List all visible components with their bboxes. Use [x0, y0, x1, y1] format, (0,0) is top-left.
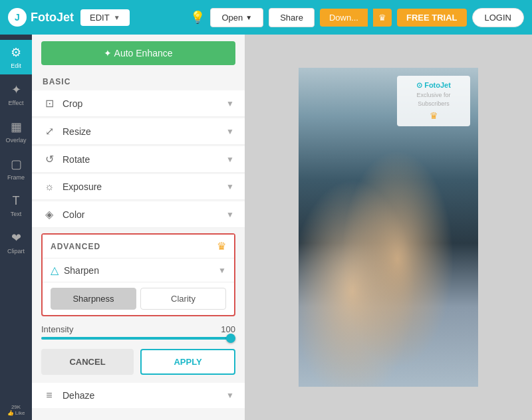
- edit-icon: ⚙: [11, 45, 21, 60]
- login-button[interactable]: LOGIN: [472, 8, 524, 27]
- advanced-crown-icon: ♛: [217, 240, 226, 253]
- topbar: J FotoJet EDIT ▼ 💡 Open ▼ Share Down... …: [0, 0, 532, 35]
- edit-arrow: ▼: [114, 14, 120, 21]
- frame-icon: ▢: [11, 157, 22, 171]
- intensity-value: 100: [221, 324, 235, 334]
- sharpen-row[interactable]: △ Sharpen ▼: [43, 258, 234, 282]
- advanced-header: ADVANCED ♛: [43, 235, 234, 258]
- rotate-tool-row[interactable]: ↺ Rotate ▼: [32, 146, 245, 173]
- color-icon: ◈: [43, 208, 56, 221]
- logo-icon: J: [8, 8, 27, 27]
- fb-like: 29K 👍 Like: [6, 400, 27, 420]
- edit-mode-button[interactable]: EDIT ▼: [80, 9, 130, 26]
- sidebar-item-edit[interactable]: ⚙ Edit: [0, 40, 32, 74]
- color-arrow: ▼: [226, 210, 234, 219]
- topbar-right: 💡 Open ▼ Share Down... ♛ FREE TRIAL LOGI…: [190, 8, 524, 27]
- rotate-arrow: ▼: [226, 155, 234, 164]
- sidebar-icons: ⚙ Edit ✦ Effect ▦ Overlay ▢ Frame T Text…: [0, 35, 32, 420]
- sharpen-tab-group: Sharpness Clarity: [43, 282, 234, 315]
- color-label: Color: [63, 209, 84, 220]
- sidebar-item-overlay[interactable]: ▦ Overlay: [0, 114, 32, 149]
- intensity-label: Intensity: [41, 324, 73, 334]
- share-button[interactable]: Share: [269, 8, 315, 27]
- crop-tool-row[interactable]: ⊡ Crop ▼: [32, 90, 245, 117]
- exposure-arrow: ▼: [226, 182, 234, 191]
- rotate-icon: ↺: [43, 153, 56, 165]
- sidebar-item-text[interactable]: T Text: [0, 189, 32, 223]
- advanced-section: ADVANCED ♛ △ Sharpen ▼ Sharpness Clarity: [41, 233, 235, 316]
- canvas-area: ⊙ FotoJet Exclusive for Subscribers ♛: [245, 35, 532, 420]
- rotate-label: Rotate: [63, 154, 90, 165]
- resize-icon: ⤢: [43, 125, 56, 138]
- edit-label: EDIT: [90, 13, 110, 23]
- photo-container: ⊙ FotoJet Exclusive for Subscribers ♛: [299, 68, 478, 387]
- open-button[interactable]: Open ▼: [210, 8, 263, 27]
- sharpness-tab[interactable]: Sharpness: [51, 288, 136, 310]
- dehaze-arrow: ▼: [226, 391, 234, 400]
- watermark-logo: ⊙ FotoJet: [405, 81, 462, 90]
- text-icon: T: [13, 194, 20, 208]
- clarity-tab[interactable]: Clarity: [140, 288, 226, 310]
- intensity-slider-fill: [41, 337, 235, 340]
- intensity-row: Intensity 100: [32, 322, 245, 336]
- exposure-tool-row[interactable]: ☼ Exposure ▼: [32, 174, 245, 200]
- cancel-button[interactable]: CANCEL: [41, 349, 134, 375]
- main-area: ⚙ Edit ✦ Effect ▦ Overlay ▢ Frame T Text…: [0, 35, 532, 420]
- advanced-label: ADVANCED: [51, 242, 100, 251]
- open-arrow: ▼: [245, 14, 252, 21]
- color-tool-row[interactable]: ◈ Color ▼: [32, 201, 245, 228]
- action-row: CANCEL APPLY: [32, 345, 245, 381]
- intensity-slider-container: [32, 336, 245, 345]
- download-crown-button[interactable]: ♛: [373, 9, 392, 27]
- bulb-icon: 💡: [190, 10, 205, 25]
- exposure-label: Exposure: [63, 181, 102, 192]
- watermark-crown-icon: ♛: [405, 110, 462, 121]
- download-button[interactable]: Down...: [320, 9, 368, 27]
- effect-icon: ✦: [11, 82, 21, 97]
- crop-label: Crop: [63, 98, 82, 109]
- sidebar-item-clipart[interactable]: ❤ Clipart: [0, 225, 32, 260]
- watermark-overlay: ⊙ FotoJet Exclusive for Subscribers ♛: [397, 76, 470, 126]
- clipart-icon: ❤: [11, 231, 21, 245]
- resize-tool-row[interactable]: ⤢ Resize ▼: [32, 118, 245, 145]
- crop-icon: ⊡: [43, 97, 56, 110]
- tools-panel: ✦ Auto Enhance BASIC ⊡ Crop ▼ ⤢ Resize ▼…: [32, 35, 245, 420]
- dehaze-icon: ≡: [43, 389, 56, 401]
- overlay-icon: ▦: [11, 120, 22, 134]
- free-trial-button[interactable]: FREE TRIAL: [397, 9, 467, 27]
- resize-arrow: ▼: [226, 127, 234, 136]
- resize-label: Resize: [63, 126, 91, 137]
- auto-enhance-button[interactable]: ✦ Auto Enhance: [41, 41, 235, 65]
- watermark-text: Exclusive for Subscribers: [405, 91, 462, 108]
- sidebar-item-effect[interactable]: ✦ Effect: [0, 77, 32, 112]
- intensity-slider-track: [41, 337, 235, 340]
- dehaze-label: Dehaze: [63, 390, 94, 401]
- exposure-icon: ☼: [43, 181, 56, 193]
- sharpen-arrow: ▼: [218, 266, 226, 275]
- sidebar-item-frame[interactable]: ▢ Frame: [0, 152, 32, 186]
- basic-section-label: BASIC: [32, 72, 245, 89]
- sharpen-label: Sharpen: [64, 265, 99, 276]
- apply-button[interactable]: APPLY: [140, 349, 235, 375]
- intensity-slider-thumb[interactable]: [226, 334, 235, 343]
- dehaze-tool-row[interactable]: ≡ Dehaze ▼: [32, 383, 245, 408]
- crop-arrow: ▼: [226, 99, 234, 108]
- sharpen-triangle-icon: △: [51, 264, 59, 276]
- app-name: FotoJet: [31, 11, 74, 25]
- logo: J FotoJet: [8, 8, 74, 27]
